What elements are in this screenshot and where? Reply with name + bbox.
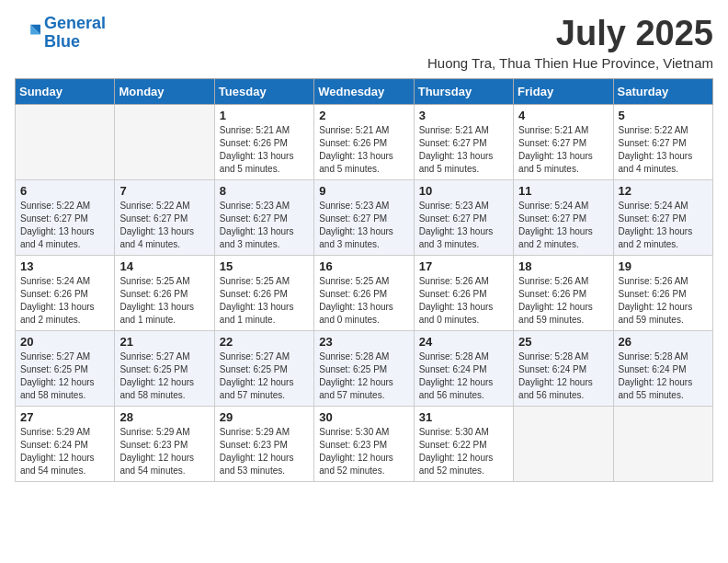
location-title: Huong Tra, Thua Thien Hue Province, Viet…: [427, 55, 713, 71]
calendar-cell: 24Sunrise: 5:28 AMSunset: 6:24 PMDayligh…: [414, 330, 513, 406]
day-number: 17: [419, 259, 508, 273]
day-number: 7: [119, 184, 209, 198]
calendar-cell: 2Sunrise: 5:21 AMSunset: 6:26 PMDaylight…: [314, 104, 414, 179]
calendar-cell: 5Sunrise: 5:22 AMSunset: 6:27 PMDaylight…: [613, 104, 712, 179]
day-info: Sunrise: 5:22 AMSunset: 6:27 PMDaylight:…: [619, 124, 708, 176]
calendar-week-row: 20Sunrise: 5:27 AMSunset: 6:25 PMDayligh…: [16, 330, 713, 406]
calendar-week-row: 13Sunrise: 5:24 AMSunset: 6:26 PMDayligh…: [16, 255, 713, 330]
day-number: 18: [518, 259, 608, 273]
day-number: 28: [119, 410, 209, 424]
header-saturday: Saturday: [613, 78, 712, 104]
calendar-cell: 22Sunrise: 5:27 AMSunset: 6:25 PMDayligh…: [214, 330, 313, 406]
day-info: Sunrise: 5:22 AMSunset: 6:27 PMDaylight:…: [119, 200, 209, 251]
day-number: 31: [419, 410, 508, 424]
calendar-table: SundayMondayTuesdayWednesdayThursdayFrid…: [15, 78, 713, 482]
calendar-cell: [613, 406, 712, 481]
calendar-cell: 27Sunrise: 5:29 AMSunset: 6:24 PMDayligh…: [16, 406, 115, 481]
day-number: 21: [119, 335, 209, 349]
header-friday: Friday: [514, 78, 613, 104]
header-monday: Monday: [115, 78, 214, 104]
logo-text: General Blue: [44, 15, 106, 52]
day-info: Sunrise: 5:28 AMSunset: 6:24 PMDaylight:…: [518, 350, 608, 402]
title-section: July 2025 Huong Tra, Thua Thien Hue Prov…: [427, 15, 713, 71]
calendar-cell: 18Sunrise: 5:26 AMSunset: 6:26 PMDayligh…: [514, 255, 613, 330]
calendar-cell: 25Sunrise: 5:28 AMSunset: 6:24 PMDayligh…: [514, 330, 613, 406]
calendar-cell: 13Sunrise: 5:24 AMSunset: 6:26 PMDayligh…: [16, 255, 115, 330]
day-info: Sunrise: 5:22 AMSunset: 6:27 PMDaylight:…: [20, 200, 109, 251]
calendar-cell: 8Sunrise: 5:23 AMSunset: 6:27 PMDaylight…: [214, 179, 313, 255]
month-title: July 2025: [427, 15, 713, 53]
page-header: General Blue July 2025 Huong Tra, Thua T…: [15, 15, 713, 71]
calendar-cell: 19Sunrise: 5:26 AMSunset: 6:26 PMDayligh…: [613, 255, 712, 330]
day-info: Sunrise: 5:30 AMSunset: 6:23 PMDaylight:…: [319, 426, 408, 477]
day-number: 1: [220, 109, 309, 122]
header-wednesday: Wednesday: [314, 78, 414, 104]
day-number: 6: [20, 184, 109, 198]
day-info: Sunrise: 5:27 AMSunset: 6:25 PMDaylight:…: [119, 350, 209, 402]
calendar-cell: 9Sunrise: 5:23 AMSunset: 6:27 PMDaylight…: [314, 179, 414, 255]
calendar-cell: 15Sunrise: 5:25 AMSunset: 6:26 PMDayligh…: [214, 255, 313, 330]
calendar-cell: 31Sunrise: 5:30 AMSunset: 6:22 PMDayligh…: [414, 406, 513, 481]
calendar-cell: 14Sunrise: 5:25 AMSunset: 6:26 PMDayligh…: [115, 255, 214, 330]
header-tuesday: Tuesday: [214, 78, 313, 104]
day-info: Sunrise: 5:30 AMSunset: 6:22 PMDaylight:…: [419, 426, 508, 477]
day-info: Sunrise: 5:26 AMSunset: 6:26 PMDaylight:…: [518, 275, 608, 327]
calendar-week-row: 27Sunrise: 5:29 AMSunset: 6:24 PMDayligh…: [16, 406, 713, 481]
calendar-cell: 20Sunrise: 5:27 AMSunset: 6:25 PMDayligh…: [16, 330, 115, 406]
calendar-cell: 3Sunrise: 5:21 AMSunset: 6:27 PMDaylight…: [414, 104, 513, 179]
day-info: Sunrise: 5:28 AMSunset: 6:25 PMDaylight:…: [319, 350, 408, 402]
calendar-cell: 11Sunrise: 5:24 AMSunset: 6:27 PMDayligh…: [514, 179, 613, 255]
day-number: 10: [419, 184, 508, 198]
day-number: 27: [20, 410, 109, 424]
day-number: 4: [518, 109, 608, 122]
day-info: Sunrise: 5:21 AMSunset: 6:27 PMDaylight:…: [518, 124, 608, 176]
calendar-week-row: 1Sunrise: 5:21 AMSunset: 6:26 PMDaylight…: [16, 104, 713, 179]
day-info: Sunrise: 5:23 AMSunset: 6:27 PMDaylight:…: [220, 200, 309, 251]
calendar-cell: [514, 406, 613, 481]
calendar-cell: 4Sunrise: 5:21 AMSunset: 6:27 PMDaylight…: [514, 104, 613, 179]
day-number: 16: [319, 259, 408, 273]
day-info: Sunrise: 5:28 AMSunset: 6:24 PMDaylight:…: [419, 350, 508, 402]
day-info: Sunrise: 5:23 AMSunset: 6:27 PMDaylight:…: [319, 200, 408, 251]
day-number: 22: [220, 335, 309, 349]
calendar-cell: 29Sunrise: 5:29 AMSunset: 6:23 PMDayligh…: [214, 406, 313, 481]
day-info: Sunrise: 5:25 AMSunset: 6:26 PMDaylight:…: [220, 275, 309, 327]
calendar-cell: [16, 104, 115, 179]
header-sunday: Sunday: [16, 78, 115, 104]
calendar-cell: 1Sunrise: 5:21 AMSunset: 6:26 PMDaylight…: [214, 104, 313, 179]
calendar-cell: 10Sunrise: 5:23 AMSunset: 6:27 PMDayligh…: [414, 179, 513, 255]
day-info: Sunrise: 5:29 AMSunset: 6:23 PMDaylight:…: [220, 426, 309, 477]
day-number: 14: [119, 259, 209, 273]
day-number: 23: [319, 335, 408, 349]
day-info: Sunrise: 5:24 AMSunset: 6:27 PMDaylight:…: [619, 200, 708, 251]
day-number: 19: [619, 259, 708, 273]
calendar-cell: 6Sunrise: 5:22 AMSunset: 6:27 PMDaylight…: [16, 179, 115, 255]
day-info: Sunrise: 5:21 AMSunset: 6:27 PMDaylight:…: [419, 124, 508, 176]
day-number: 5: [619, 109, 708, 122]
day-info: Sunrise: 5:23 AMSunset: 6:27 PMDaylight:…: [419, 200, 508, 251]
calendar-cell: 26Sunrise: 5:28 AMSunset: 6:24 PMDayligh…: [613, 330, 712, 406]
day-info: Sunrise: 5:24 AMSunset: 6:27 PMDaylight:…: [518, 200, 608, 251]
day-number: 29: [220, 410, 309, 424]
day-number: 9: [319, 184, 408, 198]
calendar-cell: 7Sunrise: 5:22 AMSunset: 6:27 PMDaylight…: [115, 179, 214, 255]
day-info: Sunrise: 5:21 AMSunset: 6:26 PMDaylight:…: [319, 124, 408, 176]
day-info: Sunrise: 5:27 AMSunset: 6:25 PMDaylight:…: [20, 350, 109, 402]
calendar-cell: 28Sunrise: 5:29 AMSunset: 6:23 PMDayligh…: [115, 406, 214, 481]
calendar-header-row: SundayMondayTuesdayWednesdayThursdayFrid…: [16, 78, 713, 104]
day-info: Sunrise: 5:26 AMSunset: 6:26 PMDaylight:…: [619, 275, 708, 327]
day-number: 8: [220, 184, 309, 198]
day-info: Sunrise: 5:25 AMSunset: 6:26 PMDaylight:…: [319, 275, 408, 327]
calendar-cell: 16Sunrise: 5:25 AMSunset: 6:26 PMDayligh…: [314, 255, 414, 330]
day-info: Sunrise: 5:26 AMSunset: 6:26 PMDaylight:…: [419, 275, 508, 327]
day-info: Sunrise: 5:29 AMSunset: 6:24 PMDaylight:…: [20, 426, 109, 477]
calendar-cell: 21Sunrise: 5:27 AMSunset: 6:25 PMDayligh…: [115, 330, 214, 406]
day-info: Sunrise: 5:25 AMSunset: 6:26 PMDaylight:…: [119, 275, 209, 327]
day-number: 2: [319, 109, 408, 122]
calendar-week-row: 6Sunrise: 5:22 AMSunset: 6:27 PMDaylight…: [16, 179, 713, 255]
day-info: Sunrise: 5:21 AMSunset: 6:26 PMDaylight:…: [220, 124, 309, 176]
calendar-cell: 30Sunrise: 5:30 AMSunset: 6:23 PMDayligh…: [314, 406, 414, 481]
day-number: 15: [220, 259, 309, 273]
day-info: Sunrise: 5:29 AMSunset: 6:23 PMDaylight:…: [119, 426, 209, 477]
day-info: Sunrise: 5:24 AMSunset: 6:26 PMDaylight:…: [20, 275, 109, 327]
